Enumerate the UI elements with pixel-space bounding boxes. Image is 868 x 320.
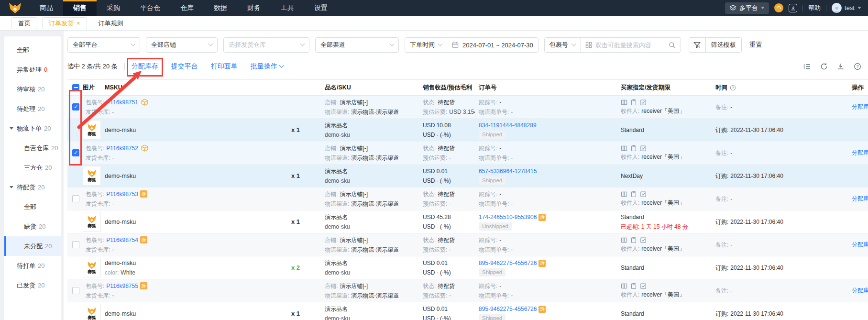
package-number-link[interactable]: P116k98751 [106, 98, 138, 107]
select-all-checkbox[interactable] [72, 84, 79, 91]
navbar-right: 多平台 帮助 test [725, 0, 868, 16]
product-image: 赛狐 [83, 304, 101, 320]
orders-table: 图片 MSKU 品名/SKU 销售收益/预估毛利 订单号 买家指定/发货期限 时… [67, 79, 868, 320]
column-settings-icon[interactable] [803, 63, 811, 70]
gift-card-icon[interactable] [621, 145, 627, 152]
sidebar-item-10[interactable]: 未分配20 [4, 236, 61, 256]
package-number-link[interactable]: P116k98754 [106, 236, 138, 244]
print-label-button[interactable]: 打印面单 [211, 62, 238, 71]
date-range-picker[interactable]: 2024-07-01 ~ 2024-07-30 [447, 42, 538, 49]
gift-card-icon[interactable] [621, 283, 627, 289]
sidebar-item-0[interactable]: 全部 [4, 40, 61, 60]
nav-menu-item-2[interactable]: 采购 [97, 0, 130, 16]
check-square-icon[interactable] [640, 191, 647, 198]
row-allocate-stock-link[interactable]: 分配库存 [852, 103, 865, 111]
search-field-select[interactable]: 包裹号 [545, 41, 580, 49]
download-icon[interactable] [789, 4, 797, 12]
warehouse-select[interactable]: 选择发货仓库 [223, 37, 309, 53]
row-checkbox[interactable] [72, 287, 79, 294]
order-number-link[interactable]: 174-2465510-9553906 [479, 213, 537, 221]
sidebar-item-4[interactable]: 物流下单20 [4, 119, 61, 138]
nav-menu-item-5[interactable]: 数据 [204, 0, 237, 16]
refresh-icon[interactable] [820, 63, 828, 70]
search-input[interactable] [595, 42, 665, 49]
help-link[interactable]: 帮助 [808, 4, 821, 12]
nav-menu-item-0[interactable]: 商品 [30, 0, 63, 16]
close-icon[interactable]: × [77, 20, 80, 26]
sidebar-item-3[interactable]: 待处理20 [4, 99, 61, 119]
nav-menu-item-8[interactable]: 设置 [304, 0, 338, 16]
platform-switcher[interactable]: 多平台 [725, 2, 769, 14]
sidebar-item-1[interactable]: 异常处理0 [4, 60, 61, 79]
nav-menu-item-3[interactable]: 平台仓 [130, 0, 170, 16]
sidebar: 全部异常处理0待审核20待处理20物流下单20自营仓库20三方仓20待配货20全… [0, 31, 64, 320]
clipboard-icon[interactable] [630, 145, 637, 152]
tab-order-rules[interactable]: 订单规则 [92, 17, 130, 29]
package-number-link[interactable]: P116k98752 [106, 144, 138, 153]
date-type-select[interactable]: 下单时间 [405, 41, 447, 49]
clipboard-icon[interactable] [630, 283, 637, 289]
support-icon[interactable] [774, 3, 783, 12]
sidebar-item-8[interactable]: 全部 [4, 197, 61, 217]
order-number-link[interactable]: 895-9462275-4556726 [479, 259, 537, 267]
divider [124, 63, 125, 70]
gift-card-icon[interactable] [621, 99, 627, 106]
col-time: 时间 ? [712, 84, 848, 92]
order-number-link[interactable]: 895-9462275-4556726 [479, 305, 537, 313]
row-checkbox[interactable]: ✓ [72, 149, 79, 156]
gift-card-icon[interactable] [621, 191, 627, 198]
clipboard-icon[interactable] [630, 99, 637, 106]
batch-grid-icon[interactable] [585, 42, 592, 48]
export-download-icon[interactable] [837, 63, 845, 70]
count-badge: 20 [45, 164, 52, 171]
row-allocate-stock-link[interactable]: 分配库存 [852, 195, 865, 203]
sidebar-item-9[interactable]: 缺货20 [4, 217, 61, 236]
package-number-link[interactable]: P116k98755 [106, 282, 138, 290]
order-number-link[interactable]: 657-5336964-1278415 [479, 167, 537, 176]
row-allocate-stock-link[interactable]: 分配库存 [852, 287, 865, 295]
quantity-text: x 1 [291, 126, 318, 133]
sidebar-item-6[interactable]: 三方仓20 [4, 158, 61, 177]
filter-funnel-button[interactable] [689, 37, 706, 53]
order-number-link[interactable]: 834-1191444-4848289 [479, 121, 537, 130]
row-checkbox[interactable]: ✓ [72, 103, 79, 110]
help-circle-icon[interactable]: ? [854, 63, 861, 70]
submit-platform-button[interactable]: 提交平台 [171, 62, 198, 71]
gift-card-icon[interactable] [621, 237, 627, 243]
filter-template-button[interactable]: 筛选模板 [705, 37, 742, 53]
check-square-icon[interactable] [640, 237, 647, 243]
row-checkbox[interactable] [72, 241, 79, 248]
nav-menu-item-6[interactable]: 财务 [237, 0, 271, 16]
check-square-icon[interactable] [640, 145, 647, 152]
app-logo[interactable] [0, 0, 30, 16]
tab-order-shipping[interactable]: 订单发货 × [42, 17, 87, 29]
reset-button[interactable]: 重置 [749, 41, 762, 49]
check-square-icon[interactable] [640, 99, 647, 106]
allocate-stock-button[interactable]: 分配库存 [132, 62, 158, 71]
nav-menu-item-7[interactable]: 工具 [271, 0, 304, 16]
sidebar-item-5[interactable]: 自营仓库20 [4, 138, 61, 158]
nav-menu-item-1[interactable]: 销售 [63, 0, 97, 16]
row-allocate-stock-link[interactable]: 分配库存 [852, 149, 865, 157]
channel-select[interactable]: 全部渠道 [315, 37, 399, 53]
user-menu[interactable]: test [832, 3, 861, 13]
row-checkbox[interactable] [72, 195, 79, 202]
calendar-icon [452, 42, 459, 48]
package-number-link[interactable]: P116k98753 [106, 190, 138, 199]
sidebar-item-2[interactable]: 待审核20 [4, 79, 61, 99]
sidebar-item-7[interactable]: 待配货20 [4, 177, 61, 197]
sidebar-item-11[interactable]: 待打单20 [4, 256, 61, 276]
caret-down-icon [10, 127, 13, 132]
platform-select[interactable]: 全部平台 [67, 37, 140, 53]
clipboard-icon[interactable] [630, 191, 637, 198]
row-allocate-stock-link[interactable]: 分配库存 [852, 241, 865, 249]
time-help-icon[interactable]: ? [730, 85, 736, 91]
sidebar-item-12[interactable]: 已发货20 [4, 276, 61, 295]
check-square-icon[interactable] [640, 283, 647, 289]
tab-home[interactable]: 首页 [11, 17, 37, 29]
shop-select[interactable]: 全部店铺 [146, 37, 218, 53]
clipboard-icon[interactable] [630, 237, 637, 243]
batch-operations-button[interactable]: 批量操作 [251, 62, 283, 71]
nav-menu-item-4[interactable]: 仓库 [170, 0, 204, 16]
search-icon[interactable] [669, 42, 676, 49]
